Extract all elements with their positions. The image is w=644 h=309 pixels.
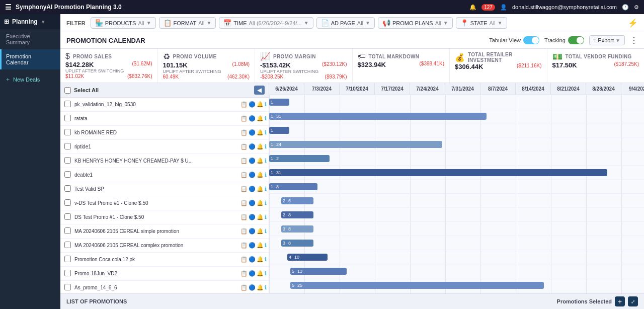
sidebar-module-header[interactable]: ⊞ Planning ▼ <box>0 14 60 29</box>
info-icon[interactable]: ℹ <box>265 284 267 291</box>
copy-icon[interactable]: 📋 <box>240 256 248 263</box>
copy-icon[interactable]: 📋 <box>240 172 248 178</box>
tracking-toggle[interactable]: Tracking <box>544 36 584 44</box>
gantt-bar[interactable]: 410 <box>287 254 328 261</box>
hamburger-icon[interactable]: ☰ <box>5 3 12 11</box>
nav-prev-button[interactable]: ◀ <box>254 86 265 95</box>
filter-ad-page[interactable]: 📄 AD PAGE All ▼ <box>316 17 375 29</box>
copy-icon[interactable]: 📋 <box>240 129 248 136</box>
sidebar-item-promotion-calendar[interactable]: Promotion Calendar <box>0 49 60 69</box>
alert-icon[interactable]: 🔔 <box>257 172 264 178</box>
status-icon[interactable]: 🔵 <box>249 284 256 291</box>
promo-checkbox[interactable] <box>64 185 71 192</box>
copy-icon[interactable]: 📋 <box>240 101 248 108</box>
settings-icon[interactable]: ⚙ <box>634 4 639 11</box>
copy-icon[interactable]: 📋 <box>240 200 248 206</box>
filter-clear-icon[interactable]: ⚡ <box>628 18 638 28</box>
tabular-switch[interactable] <box>523 36 539 44</box>
gantt-bar[interactable]: 124 <box>269 141 442 148</box>
more-options-icon[interactable]: ⋮ <box>630 36 638 45</box>
sidebar-item-executive-summary[interactable]: Executive Summary <box>0 29 60 49</box>
gantt-bar[interactable]: 1 <box>269 99 289 106</box>
filter-state[interactable]: 📍 STATE All ▼ <box>456 17 507 29</box>
filter-promo-plans[interactable]: 📢 PROMO PLANS All ▼ <box>378 17 453 29</box>
gantt-bar[interactable]: 513 <box>290 268 347 275</box>
promo-checkbox[interactable] <box>64 213 71 220</box>
promo-checkbox[interactable] <box>64 227 71 234</box>
gantt-bar[interactable]: 1 <box>269 127 289 134</box>
copy-icon[interactable]: 📋 <box>240 115 248 122</box>
status-icon[interactable]: 🔵 <box>249 214 256 220</box>
export-button[interactable]: ↑ Export ▼ <box>589 35 625 45</box>
info-icon[interactable]: ℹ <box>265 115 267 122</box>
info-icon[interactable]: ℹ <box>265 214 267 220</box>
alert-icon[interactable]: 🔔 <box>257 143 264 150</box>
filter-products[interactable]: 🏪 PRODUCTS All ▼ <box>91 17 156 29</box>
info-icon[interactable]: ℹ <box>265 129 267 136</box>
alert-icon[interactable]: 🔔 <box>257 200 264 206</box>
promo-checkbox[interactable] <box>64 115 71 121</box>
promo-checkbox[interactable] <box>64 157 71 164</box>
status-icon[interactable]: 🔵 <box>249 256 256 263</box>
promo-checkbox[interactable] <box>64 171 71 178</box>
status-icon[interactable]: 🔵 <box>249 186 256 192</box>
alert-icon[interactable]: 🔔 <box>257 256 264 263</box>
gantt-bar[interactable]: 38 <box>281 225 313 233</box>
status-icon[interactable]: 🔵 <box>249 228 256 235</box>
status-icon[interactable]: 🔵 <box>249 115 256 122</box>
status-icon[interactable]: 🔵 <box>249 129 256 136</box>
copy-icon[interactable]: 📋 <box>240 242 248 249</box>
status-icon[interactable]: 🔵 <box>249 172 256 178</box>
filter-format[interactable]: 📋 FORMAT All ▼ <box>159 17 216 29</box>
alert-icon[interactable]: 🔔 <box>257 284 264 291</box>
alert-icon[interactable]: 🔔 <box>257 158 264 164</box>
info-icon[interactable]: ℹ <box>265 101 267 108</box>
info-icon[interactable]: ℹ <box>265 242 267 249</box>
info-icon[interactable]: ℹ <box>265 186 267 192</box>
copy-icon[interactable]: 📋 <box>240 186 248 192</box>
promo-checkbox[interactable] <box>64 143 71 149</box>
filter-time[interactable]: 📅 TIME All (6/26/2024-9/24/... ▼ <box>219 17 313 29</box>
gantt-bar[interactable]: 131 <box>269 169 607 176</box>
copy-icon[interactable]: 📋 <box>240 284 248 291</box>
tracking-switch[interactable] <box>568 36 584 44</box>
alert-icon[interactable]: 🔔 <box>257 214 264 220</box>
gantt-bar[interactable]: 18 <box>269 183 317 190</box>
alert-icon[interactable]: 🔔 <box>257 115 264 122</box>
gantt-bar[interactable]: 131 <box>269 113 487 120</box>
gantt-bar[interactable]: 38 <box>281 240 313 247</box>
alert-icon[interactable]: 🔔 <box>257 129 264 136</box>
gantt-bar[interactable]: 12 <box>269 155 330 162</box>
expand-button[interactable]: ⤢ <box>628 296 638 306</box>
status-icon[interactable]: 🔵 <box>249 143 256 150</box>
copy-icon[interactable]: 📋 <box>240 228 248 235</box>
alert-icon[interactable]: 🔔 <box>257 186 264 192</box>
add-promotion-button[interactable]: + <box>615 296 625 306</box>
tabular-view-toggle[interactable]: Tabular View <box>489 36 539 44</box>
status-icon[interactable]: 🔵 <box>249 101 256 108</box>
promo-checkbox[interactable] <box>64 129 71 135</box>
promo-checkbox[interactable] <box>64 270 71 276</box>
copy-icon[interactable]: 📋 <box>240 214 248 220</box>
promo-checkbox[interactable] <box>64 242 71 248</box>
gantt-bar[interactable]: 26 <box>281 197 313 204</box>
alert-icon[interactable]: 🔔 <box>257 242 264 249</box>
info-icon[interactable]: ℹ <box>265 200 267 206</box>
gantt-bar[interactable]: 28 <box>281 211 313 218</box>
info-icon[interactable]: ℹ <box>265 172 267 178</box>
info-icon[interactable]: ℹ <box>265 158 267 164</box>
info-icon[interactable]: ℹ <box>265 143 267 150</box>
sidebar-new-deal[interactable]: ＋ New Deals <box>0 71 60 87</box>
gantt-bar[interactable]: 525 <box>290 282 544 289</box>
promo-checkbox[interactable] <box>64 284 71 290</box>
info-icon[interactable]: ℹ <box>265 228 267 235</box>
copy-icon[interactable]: 📋 <box>240 143 248 150</box>
status-icon[interactable]: 🔵 <box>249 242 256 249</box>
info-icon[interactable]: ℹ <box>265 256 267 263</box>
info-icon[interactable]: ℹ <box>265 270 267 277</box>
copy-icon[interactable]: 📋 <box>240 270 248 277</box>
alert-icon[interactable]: 🔔 <box>257 101 264 108</box>
promo-checkbox[interactable] <box>64 256 71 262</box>
alert-icon[interactable]: 🔔 <box>257 228 264 235</box>
status-icon[interactable]: 🔵 <box>249 158 256 164</box>
